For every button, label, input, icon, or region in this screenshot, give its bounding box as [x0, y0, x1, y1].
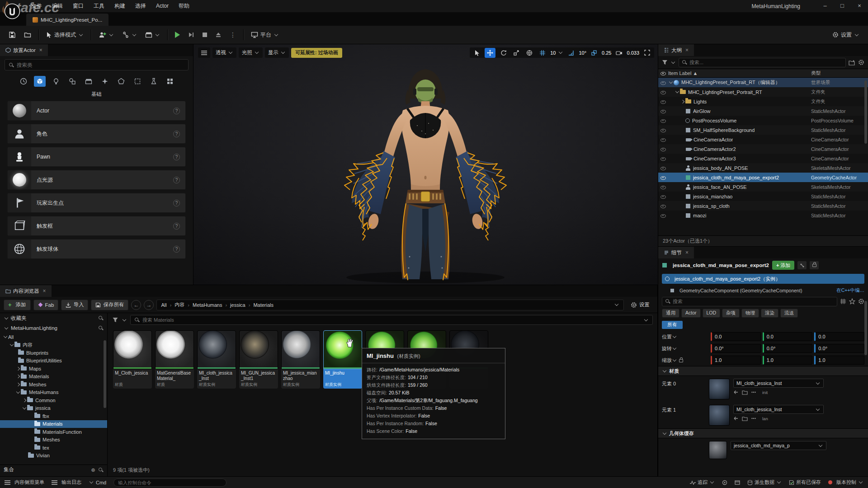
use-selected-asset-icon[interactable] — [733, 416, 739, 421]
save-button[interactable] — [5, 28, 19, 41]
outliner-row-lights-folder[interactable]: Lights文件夹 — [658, 97, 868, 106]
scale-x-field[interactable]: 1.0 — [711, 356, 761, 365]
new-folder-icon[interactable] — [849, 60, 855, 66]
select-mode-dropdown[interactable]: 选择模式 — [43, 28, 87, 41]
help-icon[interactable]: ? — [173, 131, 180, 137]
place-actor-item-player-start[interactable]: 玩家出生点 ? — [7, 193, 186, 213]
search-icon[interactable] — [98, 315, 104, 321]
menu-window[interactable]: 窗口 — [68, 0, 89, 12]
outliner-row-camera[interactable]: CineCameraActor2CineCameraActor — [658, 144, 868, 154]
location-z-field[interactable]: 0.0 — [814, 332, 864, 341]
rotation-snap-icon[interactable] — [566, 48, 576, 58]
rotation-z-field[interactable]: 0.0° — [814, 344, 864, 353]
chip-general[interactable]: 通用 — [662, 309, 679, 318]
asset-tile[interactable]: MatGeneralBaseMaterial_ 材质 — [155, 330, 194, 389]
rotation-y-field[interactable]: 0.0° — [763, 344, 813, 353]
lock-icon[interactable] — [810, 261, 819, 269]
tree-item-vivian[interactable]: Vivian — [0, 452, 107, 460]
cmd-dropdown[interactable]: Cmd — [89, 480, 106, 485]
cinematics-dropdown[interactable] — [142, 28, 163, 41]
visibility-eye-icon[interactable] — [660, 108, 666, 114]
chip-physics[interactable]: 物理 — [741, 309, 759, 318]
frame-skip-button[interactable] — [185, 28, 198, 41]
outliner-search-input[interactable] — [689, 60, 843, 65]
browse-to-asset-icon[interactable] — [742, 390, 748, 395]
help-icon[interactable]: ? — [173, 246, 180, 253]
location-y-field[interactable]: 0.0 — [763, 332, 813, 341]
category-basic-icon[interactable] — [34, 76, 46, 87]
show-dropdown[interactable]: 显示 — [265, 47, 289, 58]
tree-item-metahumans[interactable]: MetaHumans — [0, 389, 107, 397]
help-icon[interactable]: ? — [173, 223, 180, 230]
gear-icon[interactable] — [858, 298, 864, 305]
place-actor-item-actor[interactable]: Actor ? — [7, 101, 186, 121]
fab-button[interactable]: Fab — [33, 300, 59, 310]
asset-search[interactable] — [130, 315, 653, 325]
advanced-options-icon[interactable] — [751, 389, 756, 395]
place-actors-search-input[interactable] — [17, 62, 184, 68]
tree-item-materials-root[interactable]: Materials — [0, 373, 107, 381]
location-x-field[interactable]: 0.0 — [711, 332, 761, 341]
visibility-eye-icon[interactable] — [660, 155, 666, 162]
close-icon[interactable]: × — [685, 249, 689, 256]
visibility-eye-icon[interactable] — [660, 203, 666, 209]
visibility-eye-icon[interactable] — [660, 193, 666, 200]
menu-edit[interactable]: 编辑 — [47, 0, 68, 12]
view-mode-dropdown[interactable]: 光照 — [239, 47, 263, 58]
outliner-scrollbar[interactable] — [864, 80, 867, 144]
tree-item-materials-selected[interactable]: Materials — [0, 420, 107, 428]
visibility-eye-icon[interactable] — [660, 165, 666, 171]
output-log-button[interactable]: 输出日志 — [52, 479, 81, 486]
help-icon[interactable]: ? — [173, 108, 180, 114]
place-actors-search[interactable] — [5, 59, 189, 70]
details-search-input[interactable] — [673, 299, 834, 304]
derived-data-dropdown[interactable]: 派生数据 — [747, 479, 782, 486]
asset-tile[interactable]: M_Cloth_jessica 材质 — [113, 330, 152, 389]
breadcrumb-metahumans[interactable]: MetaHumans — [193, 302, 222, 308]
camera-speed-icon[interactable] — [613, 48, 624, 58]
outliner-row-selected-geometry-cache[interactable]: jessica_cloth_md_maya_pose_export2Geomet… — [658, 173, 868, 182]
collections-row[interactable]: 集合 ⊕ — [0, 465, 107, 474]
tree-item-blueprintutilities[interactable]: BlueprintUtilities — [0, 357, 107, 365]
forward-button[interactable]: → — [144, 300, 154, 310]
rotation-label[interactable]: 旋转 — [662, 345, 709, 352]
camera-speed-value[interactable]: 0.033 — [627, 50, 639, 56]
browse-to-asset-icon[interactable] — [742, 416, 748, 421]
category-shapes-icon[interactable] — [66, 76, 78, 87]
component-instance-row[interactable]: jessica_cloth_md_maya_pose_export2（实例） — [662, 274, 864, 284]
asset-tile-selected-mi-jinshu[interactable]: MI_jinshu 材质实例 — [323, 330, 362, 389]
category-testing-icon[interactable] — [148, 76, 160, 87]
location-label[interactable]: 位置 — [662, 333, 709, 340]
maximize-button[interactable]: □ — [834, 0, 851, 12]
place-actors-tab[interactable]: 放置Actor × — [0, 44, 48, 56]
breadcrumb-materials[interactable]: Materials — [253, 302, 274, 308]
visibility-eye-icon[interactable] — [660, 80, 666, 86]
tree-item-meshes[interactable]: Meshes — [0, 436, 107, 444]
chip-misc[interactable]: 杂项 — [722, 309, 740, 318]
visibility-eye-icon[interactable] — [660, 212, 666, 219]
scale-lock-icon[interactable] — [679, 359, 683, 362]
window-indicator-icon[interactable] — [735, 480, 740, 485]
add-asset-button[interactable]: +添加 — [4, 300, 31, 310]
close-icon[interactable]: × — [685, 47, 689, 53]
outliner-row-folder[interactable]: MHC_LightingPreset_Portrait_RT文件夹 — [658, 87, 868, 97]
source-control-dropdown[interactable]: 版本控制 — [828, 479, 863, 486]
eject-button[interactable] — [212, 28, 225, 41]
chip-rendering[interactable]: 渲染 — [761, 309, 778, 318]
tree-item-all[interactable]: All — [0, 333, 107, 341]
details-scrollbar[interactable] — [864, 301, 867, 355]
console-command-input[interactable] — [113, 479, 226, 487]
use-selected-asset-icon[interactable] — [733, 389, 739, 395]
visibility-eye-icon[interactable] — [660, 127, 666, 133]
category-volumes-icon[interactable] — [132, 76, 143, 87]
all-saved-indicator[interactable]: 所有已保存 — [789, 479, 821, 486]
asset-tile[interactable]: MI_cloth_jessica_Inst 材质实例 — [197, 330, 236, 389]
tree-item-content[interactable]: 内容 — [0, 341, 107, 349]
outliner-search[interactable] — [679, 58, 846, 67]
outliner-column-header[interactable]: Item Label ▲ 类型 — [658, 69, 868, 78]
materials-section-header[interactable]: 材质 — [658, 366, 868, 376]
platforms-dropdown[interactable]: 平台 — [248, 28, 282, 41]
play-options-button[interactable]: ⋮ — [226, 28, 239, 41]
tree-item-blueprints[interactable]: Blueprints — [0, 349, 107, 357]
chip-actor[interactable]: Actor — [681, 309, 701, 318]
